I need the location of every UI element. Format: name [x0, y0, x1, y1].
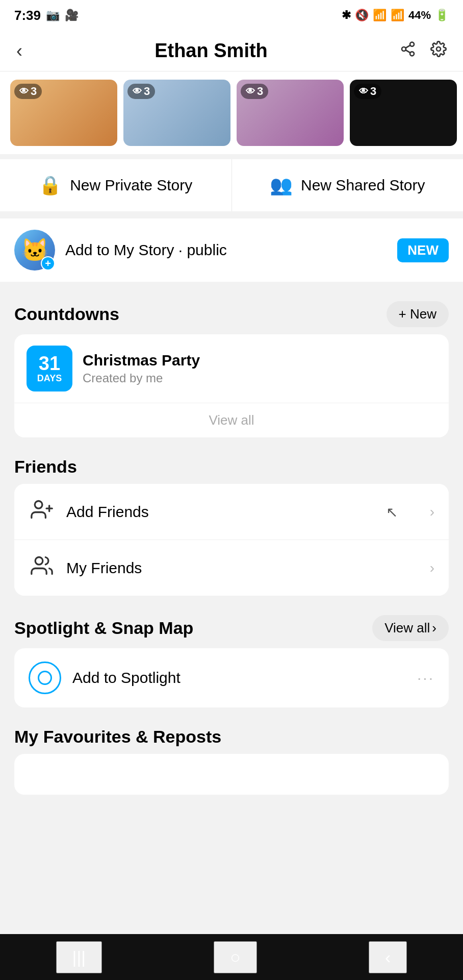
my-friends-label: My Friends [66, 559, 419, 577]
nav-home-button[interactable]: ○ [214, 941, 257, 973]
spotlight-item[interactable]: Add to Spotlight ··· [14, 648, 449, 707]
countdown-item[interactable]: 31 DAYS Christmas Party Created by me [14, 334, 449, 403]
spotlight-view-all-chevron: › [432, 620, 436, 636]
home-icon: ○ [230, 947, 241, 967]
add-to-my-story-section[interactable]: 🐱 + Add to My Story · public NEW [0, 218, 463, 282]
group-icon: 👥 [270, 175, 293, 196]
countdown-days-box: 31 DAYS [27, 346, 72, 391]
eye-icon-4: 👁 [359, 86, 368, 97]
battery-icon: 🔋 [435, 9, 449, 22]
countdowns-section: Countdowns + New 31 DAYS Christmas Party… [0, 291, 463, 437]
new-badge: NEW [397, 238, 449, 262]
favourites-section: My Favourites & Reposts [0, 717, 463, 795]
nav-back-button[interactable]: ‹ [369, 941, 407, 973]
my-friends-icon [29, 554, 55, 581]
countdowns-view-all-button[interactable]: View all [14, 403, 449, 437]
spotlight-card: Add to Spotlight ··· [14, 648, 449, 707]
svg-point-9 [35, 557, 43, 565]
nav-actions [400, 41, 447, 61]
spotlight-more-button[interactable]: ··· [417, 669, 434, 687]
new-story-row: 🔒 New Private Story 👥 New Shared Story [0, 159, 463, 211]
favourites-title: My Favourites & Reposts [14, 717, 449, 754]
status-time-area: 7:39 📷 🎥 [14, 8, 79, 23]
eye-icon-2: 👁 [133, 86, 142, 97]
back-button[interactable]: ‹ [16, 40, 22, 62]
add-friends-button[interactable]: Add Friends ↖ › [14, 484, 449, 540]
add-friends-chevron: › [430, 504, 434, 520]
spotlight-header: Spotlight & Snap Map View all › [14, 605, 449, 648]
status-time: 7:39 [14, 8, 41, 23]
favourites-card [14, 754, 449, 795]
wifi-icon: 📶 [373, 9, 387, 22]
page-title: Ethan Smith [155, 40, 268, 62]
add-to-spotlight-label: Add to Spotlight [72, 669, 406, 687]
spotlight-title: Spotlight & Snap Map [14, 618, 193, 638]
friends-list: Add Friends ↖ › My Friends › [14, 484, 449, 596]
my-friends-chevron: › [430, 560, 434, 576]
countdown-info: Christmas Party Created by me [83, 352, 436, 385]
svg-point-6 [35, 501, 42, 509]
status-bar: 7:39 📷 🎥 ✱ 🔇 📶 📶 44% 🔋 [0, 0, 463, 31]
story-views-4: 👁 3 [354, 84, 381, 99]
cursor-indicator: ↖ [386, 503, 398, 520]
mute-icon: 🔇 [355, 9, 369, 22]
avatar-container: 🐱 + [14, 230, 55, 271]
recent-apps-icon: ||| [72, 947, 86, 967]
countdown-card: 31 DAYS Christmas Party Created by me Vi… [14, 334, 449, 437]
stories-row: 👁 3 👁 3 👁 3 👁 3 [0, 71, 463, 154]
svg-point-5 [436, 47, 441, 51]
bluetooth-icon: ✱ [342, 9, 351, 22]
countdowns-header: Countdowns + New [14, 291, 449, 334]
new-shared-story-label: New Shared Story [301, 177, 425, 194]
story-views-2: 👁 3 [127, 84, 155, 99]
new-shared-story-button[interactable]: 👥 New Shared Story [232, 159, 464, 211]
svg-line-4 [405, 45, 410, 47]
countdown-days-label: DAYS [37, 373, 62, 384]
countdown-event-name: Christmas Party [83, 352, 436, 369]
svg-line-3 [405, 50, 410, 53]
story-views-3: 👁 3 [241, 84, 268, 99]
countdown-number: 31 [39, 354, 60, 373]
status-icons: ✱ 🔇 📶 📶 44% 🔋 [342, 9, 449, 22]
friends-header: Friends [14, 447, 449, 484]
countdown-sub: Created by me [83, 371, 436, 385]
nav-bar: ‹ Ethan Smith [0, 31, 463, 71]
story-thumb-3[interactable]: 👁 3 [237, 80, 344, 146]
my-friends-button[interactable]: My Friends › [14, 540, 449, 596]
spotlight-view-all-button[interactable]: View all › [372, 615, 449, 641]
spotlight-camera-icon [29, 662, 61, 694]
eye-icon-3: 👁 [246, 86, 255, 97]
battery-percent: 44% [408, 9, 431, 22]
video-icon: 🎥 [65, 9, 79, 22]
eye-icon-1: 👁 [19, 86, 29, 97]
bottom-nav: ||| ○ ‹ [0, 934, 463, 980]
story-thumb-1[interactable]: 👁 3 [10, 80, 117, 146]
add-friends-icon [29, 498, 55, 525]
friends-title: Friends [14, 457, 77, 477]
share-icon[interactable] [400, 41, 416, 61]
story-thumb-4[interactable]: 👁 3 [350, 80, 457, 146]
new-private-story-button[interactable]: 🔒 New Private Story [0, 159, 232, 211]
signal-icon: 📶 [391, 9, 404, 22]
back-nav-icon: ‹ [385, 947, 391, 967]
friends-section: Friends Add Friends ↖ › [0, 447, 463, 596]
spotlight-section: Spotlight & Snap Map View all › Add to S… [0, 605, 463, 707]
avatar-plus-icon: + [41, 256, 55, 271]
countdowns-title: Countdowns [14, 304, 119, 324]
story-views-1: 👁 3 [14, 84, 42, 99]
camera-icon: 📷 [46, 9, 60, 22]
new-private-story-label: New Private Story [70, 177, 192, 194]
countdowns-new-button[interactable]: + New [387, 301, 449, 327]
lock-icon: 🔒 [39, 175, 62, 196]
nav-recent-apps-button[interactable]: ||| [56, 941, 102, 973]
story-thumb-2[interactable]: 👁 3 [123, 80, 230, 146]
settings-icon[interactable] [430, 41, 447, 61]
add-friends-label: Add Friends [66, 503, 419, 521]
add-story-text: Add to My Story · public [65, 241, 387, 259]
